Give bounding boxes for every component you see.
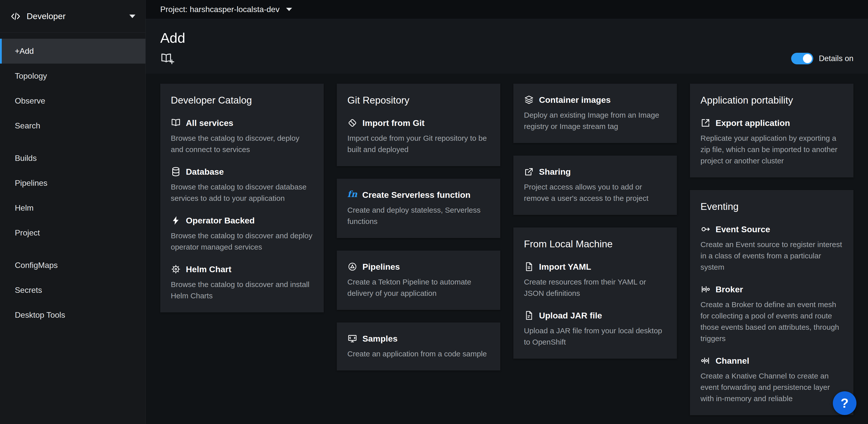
perspective-label: Developer [27, 11, 66, 21]
channel-icon [701, 356, 711, 366]
yaml-file-icon [524, 262, 534, 272]
add-item-title: Sharing [539, 167, 571, 177]
broker-icon [701, 284, 711, 294]
sidebar-item-topology[interactable]: Topology [0, 64, 146, 88]
cards-column-4: Application portability Export applicati… [690, 84, 854, 415]
sidebar-nav: +Add Topology Observe Search Builds Pipe… [0, 33, 146, 335]
sidebar-group-3: ConfigMaps Secrets Desktop Tools [0, 253, 146, 328]
sidebar-item-add[interactable]: +Add [0, 39, 146, 64]
add-item-description: Import code from your Git repository to … [347, 133, 490, 155]
add-item-pipelines[interactable]: Pipelines Create a Tekton Pipeline to au… [347, 262, 490, 299]
add-item-event-source[interactable]: Event Source Create an Event source to r… [701, 224, 843, 273]
quick-starts-icon[interactable] [160, 52, 174, 65]
cards-column-2: Git Repository Import from Git Import co… [337, 84, 500, 370]
card-title: From Local Machine [524, 238, 666, 250]
add-item-channel[interactable]: Channel Create a Knative Channel to crea… [701, 356, 843, 404]
sidebar-item-helm[interactable]: Helm [0, 196, 146, 220]
add-item-operator-backed[interactable]: Operator Backed Browse the catalog to di… [171, 216, 313, 253]
add-cards-region: Developer Catalog All services Browse th… [146, 74, 868, 424]
bolt-icon [171, 216, 181, 225]
sidebar-item-search[interactable]: Search [0, 113, 146, 138]
sidebar: Developer +Add Topology Observe Search B… [0, 0, 146, 424]
add-item-title: Channel [716, 356, 749, 366]
add-item-title: Samples [363, 334, 398, 344]
perspective-switcher[interactable]: Developer [0, 0, 146, 33]
add-item-create-serverless-function[interactable]: fn Create Serverless function Create and… [347, 190, 490, 227]
jar-file-icon [524, 310, 534, 320]
add-item-description: Project access allows you to add or remo… [524, 181, 666, 204]
add-item-container-images[interactable]: Container images Deploy an existing Imag… [524, 95, 666, 132]
sidebar-item-project[interactable]: Project [0, 220, 146, 245]
add-item-description: Create a Tekton Pipeline to automate del… [347, 276, 490, 299]
project-selector[interactable]: Project: harshcasper-localsta-dev [160, 5, 292, 14]
add-item-title: Import YAML [539, 262, 591, 272]
add-item-samples[interactable]: Samples Create an application from a cod… [347, 334, 490, 360]
add-item-sharing[interactable]: Sharing Project access allows you to add… [524, 167, 666, 204]
add-item-title: Broker [716, 284, 743, 294]
add-item-title: Create Serverless function [362, 190, 470, 200]
add-item-import-from-git[interactable]: Import from Git Import code from your Gi… [347, 118, 490, 155]
project-bar: Project: harshcasper-localsta-dev [146, 0, 868, 19]
samples-icon [347, 334, 358, 344]
page-header-row: Details on [160, 52, 854, 65]
add-item-description: Create a Knative Channel to create an ev… [701, 370, 843, 404]
project-label: Project: harshcasper-localsta-dev [160, 5, 280, 14]
card-sharing: Sharing Project access allows you to add… [514, 156, 677, 215]
add-item-title: Event Source [716, 224, 770, 234]
page-title: Add [160, 30, 854, 46]
share-icon [524, 167, 534, 177]
add-item-export-application[interactable]: Export application Replicate your applic… [701, 118, 843, 166]
cards-column-1: Developer Catalog All services Browse th… [160, 84, 324, 312]
page-header: Add Details on [146, 19, 868, 74]
helm-wheel-icon [171, 264, 181, 274]
add-item-description: Browse the catalog to discover and deplo… [171, 230, 313, 253]
add-item-description: Create and deploy stateless, Serverless … [347, 204, 490, 227]
add-item-title: Pipelines [363, 262, 400, 272]
sidebar-item-secrets[interactable]: Secrets [0, 278, 146, 303]
app-root: Developer +Add Topology Observe Search B… [0, 0, 868, 424]
add-item-description: Create an Event source to register inter… [701, 239, 843, 273]
card-title: Application portability [701, 95, 843, 106]
card-container-images: Container images Deploy an existing Imag… [514, 84, 677, 143]
main-area: Project: harshcasper-localsta-dev Add De… [146, 0, 868, 424]
add-item-upload-jar-file[interactable]: Upload JAR file Upload a JAR file from y… [524, 310, 666, 347]
card-developer-catalog: Developer Catalog All services Browse th… [160, 84, 324, 312]
add-item-description: Create a Broker to define an event mesh … [701, 299, 843, 344]
sidebar-item-configmaps[interactable]: ConfigMaps [0, 253, 146, 278]
add-item-title: Upload JAR file [539, 311, 602, 320]
add-item-database[interactable]: Database Browse the catalog to discover … [171, 167, 313, 204]
add-item-broker[interactable]: Broker Create a Broker to define an even… [701, 284, 843, 344]
add-item-description: Browse the catalog to discover database … [171, 181, 313, 204]
add-item-title: Database [186, 167, 224, 177]
details-toggle[interactable] [791, 53, 813, 64]
add-item-import-yaml[interactable]: Import YAML Create resources from their … [524, 262, 666, 299]
card-samples: Samples Create an application from a cod… [337, 322, 500, 370]
add-cards-grid: Developer Catalog All services Browse th… [160, 84, 854, 415]
details-toggle-wrap: Details on [791, 53, 854, 64]
card-git-repository: Git Repository Import from Git Import co… [337, 84, 500, 166]
add-item-description: Browse the catalog to discover, deploy a… [171, 133, 313, 155]
sidebar-item-observe[interactable]: Observe [0, 88, 146, 113]
sidebar-item-builds[interactable]: Builds [0, 146, 146, 171]
event-source-icon [701, 224, 711, 234]
card-title: Git Repository [347, 95, 490, 106]
add-item-title: All services [186, 118, 233, 128]
card-title: Eventing [701, 201, 843, 212]
card-eventing: Eventing Event Source Create an Event so… [690, 190, 854, 415]
add-item-helm-chart[interactable]: Helm Chart Browse the catalog to discove… [171, 264, 313, 301]
sidebar-item-desktop-tools[interactable]: Desktop Tools [0, 303, 146, 328]
serverless-function-icon: fn [347, 190, 357, 200]
sidebar-group-2: Builds Pipelines Helm Project [0, 146, 146, 245]
card-application-portability: Application portability Export applicati… [690, 84, 854, 177]
add-item-title: Helm Chart [186, 264, 231, 274]
card-serverless-function: fn Create Serverless function Create and… [337, 179, 500, 238]
pipelines-icon [347, 262, 358, 272]
database-icon [171, 167, 181, 177]
add-item-all-services[interactable]: All services Browse the catalog to disco… [171, 118, 313, 155]
details-toggle-label: Details on [819, 54, 854, 63]
help-button[interactable]: ? [833, 391, 857, 415]
add-item-description: Create an application from a code sample [347, 348, 490, 360]
add-item-description: Upload a JAR file from your local deskto… [524, 325, 666, 347]
chevron-down-icon [286, 8, 292, 11]
sidebar-item-pipelines[interactable]: Pipelines [0, 171, 146, 196]
